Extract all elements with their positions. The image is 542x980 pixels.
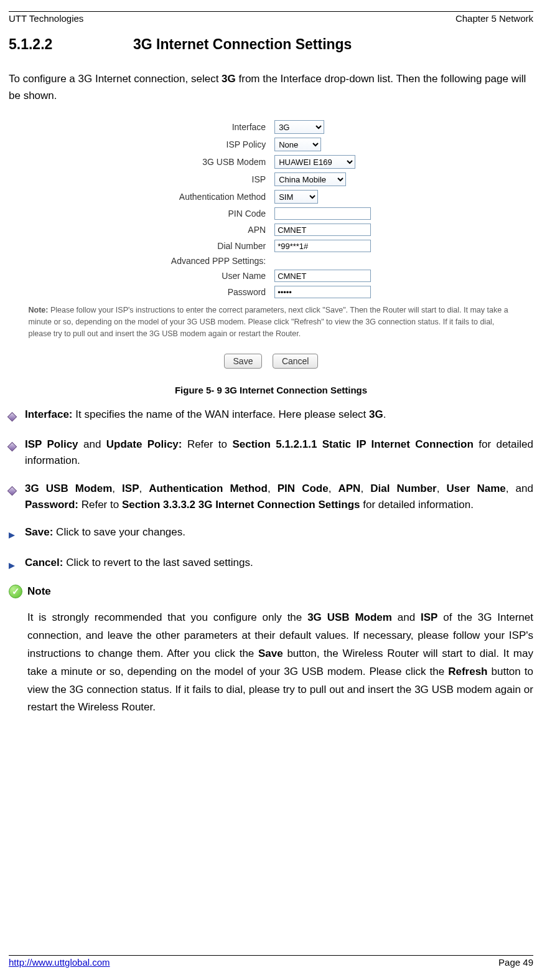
intro-paragraph: To configure a 3G Internet connection, s… [9, 70, 533, 104]
header-left: UTT Technologies [9, 13, 83, 24]
note-heading-text: Note [27, 585, 51, 598]
b3-b7: User Name [447, 483, 506, 494]
section-title: 3G Internet Connection Settings [133, 36, 352, 53]
b2-b1: ISP Policy [25, 438, 78, 450]
diamond-icon [9, 481, 25, 499]
bullet-isp-policy: ISP Policy and Update Policy: Refer to S… [9, 436, 533, 469]
input-apn[interactable] [274, 224, 371, 236]
settings-form-table: Interface 3G ISP Policy None 3G USB Mode… [167, 118, 375, 301]
footer-url-link[interactable]: http://www.uttglobal.com [9, 957, 110, 968]
page-footer: http://www.uttglobal.com Page 49 [9, 955, 533, 968]
note-b4: Refresh [448, 666, 487, 677]
b5-b1: Cancel: [25, 557, 63, 568]
b3-t9: for detailed information. [360, 499, 473, 511]
figure-note-body: Please follow your ISP's instructions to… [29, 306, 508, 338]
b4-t1: Click to save your changes. [53, 526, 185, 538]
b3-b6: Dial Number [370, 483, 437, 494]
input-pin-code[interactable] [274, 207, 371, 220]
diamond-icon [9, 436, 25, 455]
figure-settings-form: Interface 3G ISP Policy None 3G USB Mode… [29, 118, 514, 368]
figure-note-label: Note: [29, 306, 49, 314]
b3-t2: , [139, 483, 149, 494]
b3-t6: , [437, 483, 447, 494]
label-isp: ISP [169, 171, 271, 187]
intro-text-1: To configure a 3G Internet connection, s… [9, 73, 222, 85]
b3-t5: , [360, 483, 370, 494]
footer-page-number: Page 49 [498, 957, 533, 968]
label-interface: Interface [169, 119, 271, 135]
b3-t1: , [112, 483, 122, 494]
bullet-cancel: Cancel: Click to revert to the last save… [9, 555, 533, 573]
b1-bold2: 3G [369, 408, 383, 420]
bullet-save: Save: Click to save your changes. [9, 524, 533, 543]
section-heading: 5.1.2.2 3G Internet Connection Settings [9, 36, 533, 53]
note-b1: 3G USB Modem [307, 611, 392, 623]
note-b3: Save [258, 648, 283, 659]
b2-b2: Update Policy: [106, 438, 182, 450]
cancel-button[interactable]: Cancel [273, 354, 319, 369]
select-interface[interactable]: 3G [274, 120, 324, 134]
header-right: Chapter 5 Network [456, 13, 533, 24]
b1-t1: It specifies the name of the WAN interfa… [73, 408, 370, 420]
b3-b3: Authentication Method [149, 483, 268, 494]
input-dial-number[interactable] [274, 240, 371, 252]
b2-t1: and [78, 438, 106, 450]
section-number: 5.1.2.2 [9, 36, 133, 53]
label-auth-method: Authentication Method [169, 189, 271, 205]
b3-b1: 3G USB Modem [25, 483, 112, 494]
note-b2: ISP [421, 611, 437, 623]
button-row: Save Cancel [29, 354, 514, 369]
diamond-icon [9, 407, 25, 425]
note-paragraph: It is strongly recommended that you conf… [9, 609, 533, 717]
b3-b2: ISP [122, 483, 139, 494]
label-3g-usb-modem: 3G USB Modem [169, 154, 271, 170]
bullet-3g-params: 3G USB Modem, ISP, Authentication Method… [9, 481, 533, 514]
b1-label: Interface: [25, 408, 73, 420]
label-isp-policy: ISP Policy [169, 136, 271, 153]
label-user-name: User Name [169, 268, 271, 283]
b2-b3: Section 5.1.2.1.1 Static IP Internet Con… [232, 438, 473, 450]
b3-t3: , [268, 483, 278, 494]
select-3g-usb-modem[interactable]: HUAWEI E169 [274, 155, 355, 169]
b4-b1: Save: [25, 526, 53, 538]
arrow-icon [9, 524, 25, 543]
label-pin-code: PIN Code [169, 206, 271, 221]
intro-bold: 3G [222, 73, 236, 85]
check-icon: ✓ [9, 585, 22, 598]
page-header: UTT Technologies Chapter 5 Network [9, 11, 533, 36]
arrow-icon [9, 555, 25, 573]
page: UTT Technologies Chapter 5 Network 5.1.2… [0, 0, 542, 980]
note-heading: ✓ Note [9, 585, 533, 598]
save-button[interactable]: Save [224, 354, 263, 369]
figure-note-text: Note: Please follow your ISP's instructi… [29, 304, 514, 339]
b3-t8: Refer to [78, 499, 122, 511]
input-password[interactable] [274, 286, 371, 298]
select-auth-method[interactable]: SIM [274, 190, 318, 204]
b3-b8: Password: [25, 499, 78, 511]
b3-b9: Section 3.3.3.2 3G Internet Connection S… [122, 499, 360, 511]
select-isp-policy[interactable]: None [274, 138, 321, 151]
note-t1: It is strongly recommended that you conf… [27, 611, 307, 623]
note-t2: and [392, 611, 421, 623]
label-advanced-ppp: Advanced PPP Settings: [169, 255, 271, 267]
b3-t7: , and [506, 483, 533, 494]
b2-t2: Refer to [182, 438, 232, 450]
select-isp[interactable]: China Mobile [274, 172, 346, 186]
b5-t1: Click to revert to the last saved settin… [63, 557, 253, 568]
label-dial-number: Dial Number [169, 238, 271, 253]
b3-b4: PIN Code [278, 483, 329, 494]
b3-t4: , [329, 483, 339, 494]
figure-caption: Figure 5- 9 3G Internet Connection Setti… [9, 385, 533, 395]
b1-t2: . [383, 408, 386, 420]
bullet-interface: Interface: It specifies the name of the … [9, 407, 533, 425]
input-user-name[interactable] [274, 270, 371, 282]
label-apn: APN [169, 222, 271, 237]
label-password: Password [169, 285, 271, 299]
b3-b5: APN [338, 483, 360, 494]
